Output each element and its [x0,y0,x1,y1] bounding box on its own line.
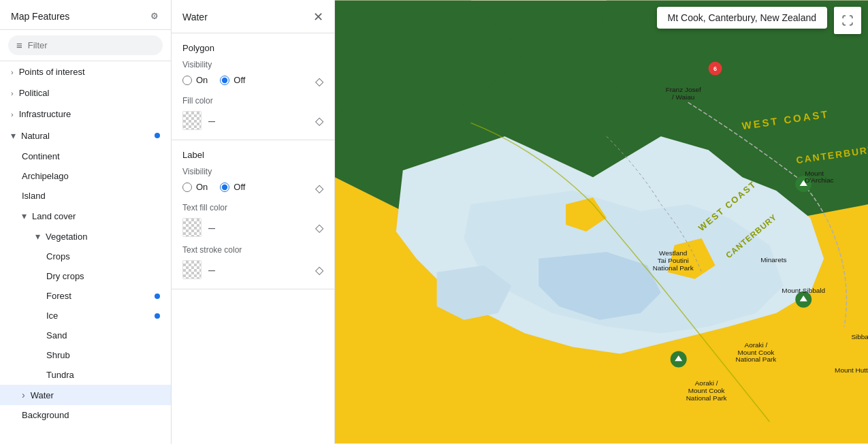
sidebar-item-landcover[interactable]: ▾ Land cover [0,206,171,226]
svg-text:Sibbald: Sibbald [851,333,868,340]
label-off-radio-input[interactable] [220,183,229,192]
ice-dot [155,313,160,319]
svg-text:Mount Sibbald: Mount Sibbald [782,287,825,294]
filter-input-wrap: ≡ [8,35,163,55]
text-fill-color-section: Text fill color – ◇ [182,203,323,237]
diamond-icon: ◇ [315,183,323,194]
label-section-title: Label [182,150,323,160]
diamond-icon: ◇ [315,76,323,87]
polygon-off-radio-input[interactable] [220,76,229,85]
text-fill-color-swatch[interactable] [182,218,202,237]
sidebar-item-sand-label: Sand [46,330,67,340]
gear-button[interactable]: ⚙ [149,10,160,22]
sidebar-item-natural[interactable]: ▾ Natural [0,125,171,146]
fullscreen-button[interactable] [834,7,861,34]
sidebar-item-water[interactable]: › Water [0,385,171,405]
sidebar-item-archipelago-label: Archipelago [22,171,69,181]
sidebar-item-political-label: Political [19,88,160,98]
sidebar-item-background-label: Background [22,410,69,420]
label-on-label: On [196,182,208,192]
polygon-visibility-label: Visibility [182,60,323,69]
chevron-right-icon: › [11,110,14,118]
sidebar-item-vegetation[interactable]: ▾ Vegetation [0,226,171,247]
text-stroke-color-control: – [182,260,315,279]
sidebar-item-shrub-label: Shrub [46,350,70,360]
svg-text:6: 6 [713,65,717,72]
sidebar-item-shrub[interactable]: Shrub [0,345,171,365]
text-stroke-color-row: – ◇ [182,260,323,279]
sidebar-item-crops[interactable]: Crops [0,247,171,266]
label-on-radio[interactable]: On [182,182,208,192]
search-input[interactable] [28,40,155,50]
polygon-on-radio[interactable]: On [182,75,208,85]
text-fill-color-diamond[interactable]: ◇ [315,221,323,234]
sidebar-item-forest[interactable]: Forest [0,286,171,306]
sidebar-item-continent-label: Continent [22,151,60,161]
chevron-right-icon: › [11,68,14,76]
polygon-on-radio-input[interactable] [182,76,192,85]
sidebar-item-poi-label: Points of interest [19,67,160,77]
sidebar-item-sand[interactable]: Sand [0,326,171,345]
panel-title: Water [182,12,208,22]
sidebar-item-water-label: Water [31,390,54,400]
diamond-icon: ◇ [315,264,323,276]
sidebar-item-island-label: Island [22,191,46,201]
text-stroke-color-swatch[interactable] [182,260,202,279]
fill-color-swatch[interactable] [182,111,202,130]
forest-dot [155,294,160,299]
text-fill-color-label: Text fill color [182,203,323,212]
svg-text:Aoraki /: Aoraki / [745,341,768,349]
nav-list: › Points of interest › Political › Infra… [0,61,171,425]
text-stroke-color-diamond[interactable]: ◇ [315,264,323,276]
svg-text:Mount Cook: Mount Cook [738,349,775,356]
filter-bar: ≡ [0,30,171,61]
map-pin-franzjosef: 6 [709,62,722,76]
map-area[interactable]: 6 WEST COAST CANTERBURY WEST COAST CANTE… [335,0,868,444]
panel-header: Water ✕ [172,0,334,33]
location-label: Mt Cook, Canterbury, New Zealand [657,7,827,29]
sidebar-item-landcover-label: Land cover [32,211,76,221]
sidebar-item-political[interactable]: › Political [0,82,171,104]
polygon-section-title: Polygon [182,43,323,53]
sidebar-item-archipelago[interactable]: Archipelago [0,166,171,186]
sidebar-item-island[interactable]: Island [0,186,171,206]
chevron-down-icon: ▾ [11,130,16,141]
sidebar-item-vegetation-label: Vegetation [46,232,87,242]
polygon-visibility-diamond[interactable]: ◇ [315,75,323,88]
sidebar-item-poi[interactable]: › Points of interest [0,61,171,82]
sidebar-item-crops-label: Crops [46,251,70,261]
svg-text:Minarets: Minarets [760,256,786,264]
text-fill-color-dash[interactable]: – [208,221,215,235]
fill-color-row: – ◇ [182,111,323,130]
fill-color-diamond[interactable]: ◇ [315,114,323,127]
svg-text:National Park: National Park [686,394,727,402]
sidebar-item-drycrops[interactable]: Dry crops [0,266,171,286]
panel: Water ✕ Polygon Visibility On Off ◇ [172,0,335,444]
svg-text:National Park: National Park [735,355,776,363]
chevron-down-icon: ▾ [35,231,40,242]
text-stroke-color-dash[interactable]: – [208,263,215,277]
svg-text:Aoraki /: Aoraki / [695,379,718,387]
text-stroke-color-section: Text stroke color – ◇ [182,245,323,279]
close-button[interactable]: ✕ [313,10,323,25]
sidebar-item-ice-label: Ice [46,311,58,321]
sidebar-item-continent[interactable]: Continent [0,146,171,166]
fill-color-label: Fill color [182,96,323,106]
map-canvas: 6 WEST COAST CANTERBURY WEST COAST CANTE… [335,0,868,444]
fill-color-dash[interactable]: – [208,114,215,128]
polygon-off-radio[interactable]: Off [220,75,245,85]
polygon-section: Polygon Visibility On Off ◇ Fill color [172,33,334,140]
sidebar-item-natural-label: Natural [21,131,160,141]
label-on-radio-input[interactable] [182,183,192,192]
sidebar-header: Map Features ⚙ [0,0,171,30]
svg-text:Mount Cook: Mount Cook [688,387,725,394]
label-visibility-diamond[interactable]: ◇ [315,182,323,195]
sidebar-item-infrastructure-label: Infrastructure [19,109,160,119]
svg-text:/ Waiau: / Waiau [672,93,694,101]
sidebar-item-tundra[interactable]: Tundra [0,365,171,385]
label-off-radio[interactable]: Off [220,182,245,192]
sidebar-item-background[interactable]: Background [0,405,171,425]
sidebar-item-forest-label: Forest [46,291,71,301]
sidebar-item-ice[interactable]: Ice [0,306,171,326]
sidebar-item-infrastructure[interactable]: › Infrastructure [0,104,171,125]
